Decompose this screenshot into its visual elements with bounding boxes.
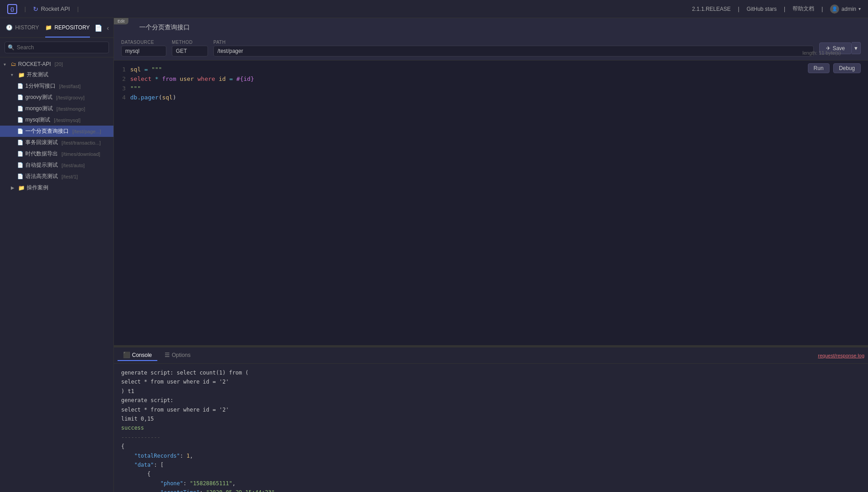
item-path: [/test/page...] [72, 129, 101, 134]
console-brace: { [121, 442, 861, 451]
datasource-select[interactable]: mysql [121, 46, 166, 56]
byte-info: length: 11 byte(s) [802, 50, 841, 56]
sidebar-tree: ▾ 🗂 ROCKET-API [20] ▾ 📁 开发测试 📄 1分钟写接口 [/… [0, 57, 113, 492]
sidebar-search: 🔍 [0, 38, 113, 57]
list-item[interactable]: 📄 mongo测试 [/test/mongo] [0, 103, 113, 114]
list-item[interactable]: 📄 事务回滚测试 [/test/transactio...] [0, 137, 113, 148]
datasource-label: DATASOURCE [121, 40, 166, 45]
admin-chevron-icon: ▾ [859, 6, 861, 11]
datasource-field: DATASOURCE mysql [121, 40, 166, 56]
admin-avatar-icon: 👤 [830, 5, 839, 14]
debug-button[interactable]: Debug [833, 63, 861, 73]
item-path: [/test/transactio...] [61, 140, 101, 145]
item-name: 时代数据导出 [25, 150, 58, 158]
sidebar-tab-actions: 📄 ‹ [90, 23, 113, 33]
tab-history[interactable]: 🕐 HISTORY [0, 18, 45, 37]
item-name: 一个分页查询接口 [25, 127, 69, 135]
list-item[interactable]: 📄 语法高亮测试 [/test/1] [0, 171, 113, 182]
line-num: 2 [114, 75, 126, 84]
refresh-icon: ↻ [33, 5, 38, 13]
code-editor[interactable]: sql = """ select * from user where id = … [130, 65, 868, 341]
group1-folder-icon: 📁 [18, 72, 25, 78]
path-input[interactable] [213, 46, 814, 56]
item-path: [/test/auto] [61, 163, 85, 168]
topbar-app-name: ↻ Rocket API [33, 5, 70, 13]
method-select-wrapper: GET [172, 46, 208, 56]
search-wrapper: 🔍 [5, 42, 109, 53]
root-folder-icon: 🗂 [11, 61, 16, 67]
method-bar: DATASOURCE mysql METHOD GET [121, 36, 861, 60]
line-num: 4 [114, 93, 126, 103]
topbar-divider3: | [738, 6, 739, 12]
list-item[interactable]: 📄 自动提示测试 [/test/auto] [0, 159, 113, 171]
console-output: generate script: select count(1) from ( … [114, 364, 868, 492]
clear-log-link[interactable]: request/response log [818, 353, 864, 358]
collapse-icon[interactable]: ‹ [106, 23, 110, 33]
method-field: METHOD GET [172, 40, 208, 56]
line-numbers: 1 2 3 4 [114, 65, 130, 341]
console-line: generate script: select count(1) from ( [121, 368, 861, 377]
item-name: 自动提示测试 [25, 161, 58, 169]
options-tab-label: Options [172, 352, 190, 358]
repository-icon: 📁 [45, 24, 52, 31]
search-icon: 🔍 [8, 44, 14, 51]
group1-name: 开发测试 [27, 71, 48, 79]
item-path: [/test/fast] [59, 84, 81, 89]
tab-repository[interactable]: 📁 REPOSITORY [45, 18, 90, 37]
main-layout: 🕐 HISTORY 📁 REPOSITORY 📄 ‹ 🔍 ▾ [0, 18, 868, 492]
console-line: ) t1 [121, 387, 861, 396]
tree-root[interactable]: ▾ 🗂 ROCKET-API [20] [0, 59, 113, 69]
admin-button[interactable]: 👤 admin ▾ [830, 5, 861, 14]
topbar-divider1: | [24, 5, 26, 12]
topbar-divider5: | [821, 6, 823, 12]
new-doc-icon[interactable]: 📄 [94, 23, 103, 33]
console-line: generate script: [121, 396, 861, 405]
search-input[interactable] [5, 42, 109, 53]
list-item[interactable]: 📄 1分钟写接口 [/test/fast] [0, 80, 113, 92]
console-line: "data": [ [121, 460, 861, 469]
item-path: [/test/mongo] [57, 106, 85, 112]
file-icon: 📄 [17, 83, 24, 89]
console-success: success [121, 423, 861, 432]
tab-repository-label: REPOSITORY [54, 24, 90, 31]
topbar-right: 2.1.1.RELEASE | GitHub stars | 帮助文档 | 👤 … [692, 5, 861, 14]
list-item[interactable]: 📄 groovy测试 [/test/groovy] [0, 92, 113, 103]
console-line: limit 0,15 [121, 414, 861, 423]
method-select[interactable]: GET [172, 46, 208, 56]
file-icon: 📄 [17, 94, 24, 100]
bottom-panel: ⬛ Console ☰ Options request/response log… [114, 347, 868, 492]
path-label: PATH [213, 40, 814, 45]
item-name: 事务回滚测试 [25, 139, 58, 146]
run-button[interactable]: Run [808, 63, 830, 73]
item-name: 1分钟写接口 [25, 82, 56, 90]
github-label[interactable]: GitHub stars [746, 6, 777, 12]
edit-badge: Edit [114, 18, 128, 24]
list-item[interactable]: 📄 mysql测试 [/test/mysql] [0, 114, 113, 126]
main-panel: Edit 一个分页查询接口 DATASOURCE mysql METHOD [114, 18, 868, 492]
list-item[interactable]: 📄 时代数据导出 [/times/download] [0, 148, 113, 159]
list-item-active[interactable]: 📄 一个分页查询接口 [/test/page...] [0, 126, 113, 137]
group1-item[interactable]: ▾ 📁 开发测试 [0, 69, 113, 80]
bottom-tabs: ⬛ Console ☰ Options request/response log [114, 347, 868, 364]
sidebar: 🕐 HISTORY 📁 REPOSITORY 📄 ‹ 🔍 ▾ [0, 18, 114, 492]
item-name: 语法高亮测试 [25, 173, 58, 180]
save-dropdown-button[interactable]: ▾ [852, 42, 861, 54]
item-name: mongo测试 [25, 105, 53, 112]
app-name-label: Rocket API [41, 5, 70, 12]
line-num: 1 [114, 65, 126, 75]
editor-content: 1 2 3 4 sql = """ select * from user whe… [114, 61, 868, 345]
group2-item[interactable]: ▶ 📁 操作案例 [0, 182, 113, 193]
file-icon: 📄 [17, 162, 24, 168]
console-line: select * from user where id = '2' [121, 405, 861, 414]
console-line: { [121, 469, 861, 478]
console-icon: ⬛ [123, 351, 130, 358]
help-label[interactable]: 帮助文档 [793, 5, 814, 13]
tab-options[interactable]: ☰ Options [159, 350, 196, 361]
file-icon: 📄 [17, 140, 24, 145]
topbar-divider4: | [784, 6, 785, 12]
item-path: [/test/1] [61, 174, 78, 179]
root-count: [20] [55, 61, 63, 67]
file-icon: 📄 [17, 106, 24, 112]
tab-console[interactable]: ⬛ Console [118, 350, 157, 361]
file-icon: 📄 [17, 173, 24, 179]
